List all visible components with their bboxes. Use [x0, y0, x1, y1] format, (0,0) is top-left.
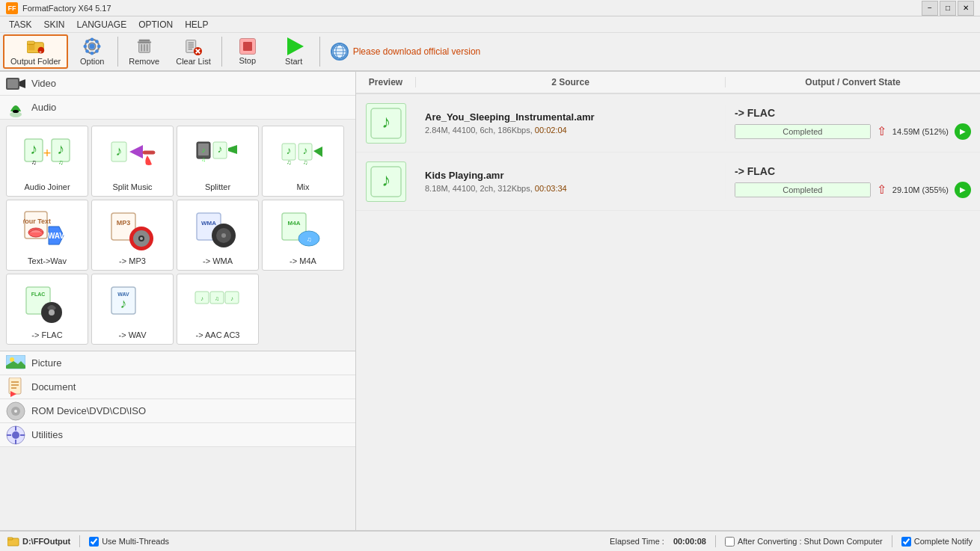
status-sep-3 [892, 535, 892, 547]
clear-list-button[interactable]: Clear List [168, 34, 218, 69]
tool-mix[interactable]: ♪ ♫ ♪ ♫ Mix [262, 126, 344, 197]
tool-split-music[interactable]: ♪ Split Music [91, 126, 174, 197]
output-folder-button[interactable]: + Output Folder [3, 34, 68, 69]
tool-audio-joiner[interactable]: ♪ ♫ ♪ ♫ + Audio Joiner [6, 126, 88, 197]
tool-aac-ac3[interactable]: ♪ ♫ ♪ -> AAC AC3 [177, 274, 259, 345]
file1-format: -> FLAC [735, 107, 971, 119]
stop-button[interactable]: Stop [225, 34, 270, 69]
audio-joiner-icon: ♪ ♫ ♪ ♫ + [23, 132, 71, 179]
file1-play-button[interactable]: ▶ [955, 123, 971, 140]
menu-task[interactable]: TASK [3, 18, 37, 31]
svg-point-74 [140, 237, 143, 240]
restore-button[interactable]: □ [940, 1, 956, 16]
svg-point-106 [14, 410, 17, 413]
svg-rect-2 [28, 44, 34, 51]
svg-point-10 [97, 45, 101, 49]
folder-status-icon [7, 536, 19, 547]
table-row: ♪ Kids Playing.amr 8.18M, 44100, 2ch, 31… [356, 153, 980, 211]
svg-text:Your Text: Your Text [23, 218, 51, 225]
tool-text-wav[interactable]: Your Text WAV Text->Wav [6, 200, 88, 271]
file2-play-button[interactable]: ▶ [955, 182, 971, 198]
start-button[interactable]: Start [272, 34, 316, 69]
menu-option[interactable]: OPTION [132, 18, 179, 31]
separator-1 [117, 37, 118, 67]
svg-marker-64 [313, 147, 322, 157]
svg-point-39 [13, 110, 19, 113]
tool-wma[interactable]: WMA -> WMA [177, 200, 259, 271]
file1-thumb: ♪ [366, 103, 406, 144]
close-button[interactable]: ✕ [958, 1, 974, 16]
shutdown-checkbox-label[interactable]: After Converting : Shut Down Computer [725, 537, 883, 547]
document-cat-label: Document [31, 381, 76, 393]
text-wav-icon: Your Text WAV [23, 206, 71, 253]
svg-point-11 [85, 40, 89, 43]
status-sep-2 [715, 535, 716, 547]
tool-mp3[interactable]: MP3 -> MP3 [91, 200, 174, 271]
clear-list-icon [184, 37, 202, 55]
file1-source: Are_You_Sleeping_Instrumental.amr 2.84M,… [416, 105, 726, 141]
svg-text:♪: ♪ [116, 144, 123, 158]
svg-rect-118 [7, 538, 13, 540]
document-cat-icon [6, 378, 25, 397]
category-video[interactable]: Video [0, 72, 355, 96]
svg-text:♫: ♫ [58, 158, 64, 166]
multithreads-checkbox[interactable] [89, 537, 99, 547]
svg-marker-49 [129, 145, 143, 158]
svg-point-13 [85, 49, 89, 53]
remove-button[interactable]: Remove [121, 34, 167, 69]
wav-icon: WAV ♪ [108, 280, 156, 327]
file2-duration: 00:03:34 [535, 184, 567, 193]
svg-point-87 [49, 310, 55, 315]
category-picture[interactable]: Picture [0, 351, 355, 375]
svg-point-9 [84, 45, 88, 49]
tool-m4a[interactable]: M4A ♫ -> M4A [262, 200, 344, 271]
svg-text:♫: ♫ [287, 158, 292, 166]
file2-meta: 8.18M, 44100, 2ch, 312Kbps, 00:03:34 [425, 184, 716, 193]
svg-text:♪: ♪ [57, 141, 64, 157]
menu-language[interactable]: LANGUAGE [70, 18, 132, 31]
tool-wav[interactable]: WAV ♪ -> WAV [91, 274, 174, 345]
globe-icon [331, 43, 349, 61]
app-icon: FF [6, 2, 18, 14]
svg-rect-16 [138, 40, 150, 42]
th-preview: Preview [356, 77, 416, 87]
mp3-icon: MP3 [108, 206, 156, 253]
file2-status-bar: Completed [735, 182, 871, 197]
menu-skin[interactable]: SKIN [37, 18, 70, 31]
category-utilities[interactable]: Utilities [0, 423, 355, 447]
minimize-button[interactable]: − [922, 1, 938, 16]
svg-text:MP3: MP3 [117, 219, 131, 227]
notify-checkbox[interactable] [901, 537, 911, 547]
file1-name: Are_You_Sleeping_Instrumental.amr [425, 111, 716, 123]
notice-text: Please download official version [353, 46, 481, 57]
svg-text:♫: ♫ [201, 156, 206, 163]
notify-checkbox-label[interactable]: Complete Notify [901, 537, 973, 547]
tool-splitter[interactable]: ♪ ♫ ♪ Splitter [177, 126, 259, 197]
flac-icon: FLAC [23, 280, 71, 327]
category-rom[interactable]: ROM Device\DVD\CD\ISO [0, 399, 355, 423]
tool-flac[interactable]: FLAC -> FLAC [6, 274, 88, 345]
upload-icon-1: ⇧ [877, 124, 886, 138]
file2-thumb: ♪ [366, 161, 406, 202]
category-document[interactable]: Document [0, 375, 355, 399]
folder-icon: + [27, 37, 45, 55]
option-button[interactable]: Option [70, 34, 114, 69]
th-output: Output / Convert State [726, 77, 980, 87]
multithreads-checkbox-label[interactable]: Use Multi-Threads [89, 537, 169, 547]
clear-list-label: Clear List [176, 57, 210, 66]
svg-point-79 [221, 233, 226, 238]
wma-label: -> WMA [203, 256, 233, 265]
menu-help[interactable]: HELP [179, 18, 214, 31]
category-audio[interactable]: Audio [0, 96, 355, 120]
remove-icon [135, 37, 153, 55]
shutdown-checkbox[interactable] [725, 537, 735, 547]
aac-ac3-icon: ♪ ♫ ♪ [194, 280, 242, 327]
split-music-label: Split Music [112, 182, 152, 191]
svg-marker-57 [228, 145, 237, 154]
elapsed-label: Elapsed Time : [610, 537, 664, 546]
right-panel: Preview 2 Source Output / Convert State … [356, 72, 980, 530]
status-sep-1 [79, 535, 80, 547]
svg-text:♪: ♪ [303, 144, 308, 156]
file2-actions: Completed ⇧ 29.10M (355%) ▶ [735, 182, 971, 198]
start-label: Start [285, 57, 302, 66]
